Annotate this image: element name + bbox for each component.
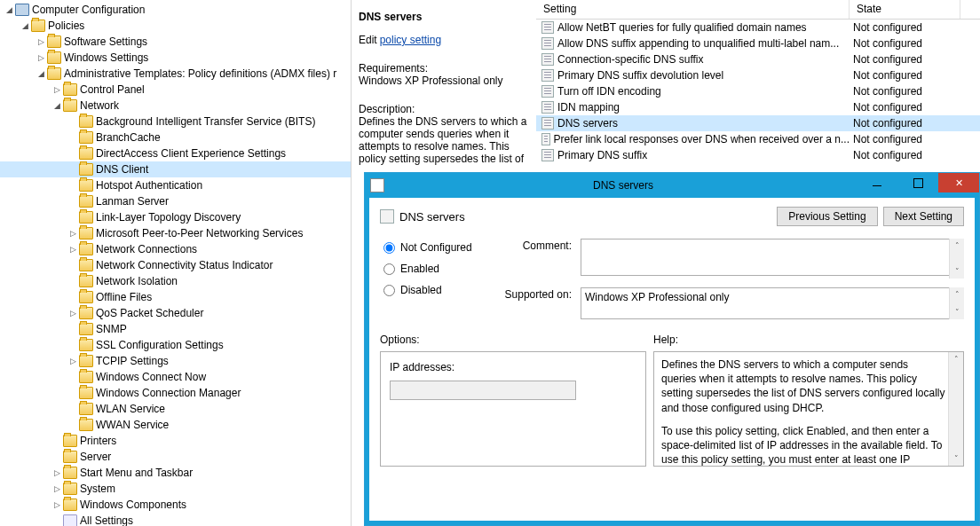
collapse-icon[interactable]: ◢ — [36, 68, 46, 79]
folder-icon — [79, 307, 93, 319]
tree-network-child[interactable]: SSL Configuration Settings — [0, 337, 351, 353]
scrollbar[interactable]: ˄˅ — [949, 287, 964, 319]
tree-network-child[interactable]: ▷Microsoft Peer-to-Peer Networking Servi… — [0, 225, 351, 241]
expand-icon[interactable]: ▷ — [36, 36, 46, 47]
folder-icon — [63, 467, 77, 479]
grid-row[interactable]: DNS serversNot configured — [536, 115, 980, 131]
options-box: IP addresses: — [380, 351, 646, 467]
expand-icon[interactable]: ▷ — [36, 52, 46, 63]
tree-network-child[interactable]: BranchCache — [0, 130, 351, 145]
folder-icon — [79, 387, 93, 399]
setting-icon — [541, 37, 554, 50]
tree-network-child[interactable]: Background Intelligent Transfer Service … — [0, 114, 351, 130]
expand-icon[interactable]: ▷ — [67, 228, 78, 239]
folder-icon — [79, 339, 93, 351]
tree-network-child[interactable]: Network Isolation — [0, 273, 351, 289]
tree-network[interactable]: ◢ Network — [0, 98, 351, 114]
folder-icon — [79, 131, 93, 144]
expand-icon[interactable]: ▷ — [51, 483, 62, 494]
tree-network-child[interactable]: ▷TCPIP Settings — [0, 353, 351, 369]
tree-network-child[interactable]: SNMP — [0, 321, 351, 337]
tree-network-child[interactable]: Windows Connect Now — [0, 369, 351, 385]
grid-row[interactable]: Allow DNS suffix appending to unqualifie… — [536, 35, 980, 51]
tree-network-child[interactable]: WWAN Service — [0, 417, 351, 433]
folder-icon — [79, 371, 93, 383]
tree-network-child[interactable]: Link-Layer Topology Discovery — [0, 209, 351, 225]
expand-icon[interactable]: ▷ — [51, 499, 62, 510]
tree-network-child[interactable]: WLAN Service — [0, 401, 351, 417]
expand-icon[interactable]: ▷ — [67, 244, 78, 255]
close-button[interactable] — [938, 173, 979, 192]
tree-computer-configuration[interactable]: ◢ Computer Configuration — [0, 2, 351, 18]
edit-label: Edit — [359, 34, 377, 46]
setting-icon — [541, 69, 554, 82]
tree-network-child[interactable]: ▷QoS Packet Scheduler — [0, 305, 351, 321]
tree-system[interactable]: ▷ System — [0, 481, 351, 497]
comment-label: Comment: — [495, 239, 581, 279]
scrollbar[interactable]: ˄˅ — [948, 352, 963, 466]
help-text-1: Defines the DNS servers to which a compu… — [661, 357, 945, 415]
edit-policy-link[interactable]: policy setting — [380, 34, 441, 46]
tree-network-child[interactable]: Windows Connection Manager — [0, 385, 351, 401]
grid-row[interactable]: Primary DNS suffixNot configured — [536, 147, 980, 163]
requirements-header: Requirements: — [359, 62, 529, 75]
description-header: Description: — [359, 103, 529, 115]
expand-icon[interactable]: ▷ — [67, 356, 78, 366]
tree-windows-settings[interactable]: ▷ Windows Settings — [0, 50, 351, 66]
radio-not-configured-input[interactable] — [383, 242, 395, 254]
tree-network-child[interactable]: Offline Files — [0, 289, 351, 305]
maximize-button[interactable] — [897, 173, 938, 192]
folder-icon — [79, 195, 93, 208]
grid-row[interactable]: Connection-specific DNS suffixNot config… — [536, 51, 980, 67]
grid-row[interactable]: Allow NetBT queries for fully qualified … — [536, 20, 980, 35]
tree-server[interactable]: Server — [0, 449, 351, 465]
tree-network-child[interactable]: Lanman Server — [0, 193, 351, 209]
radio-disabled[interactable]: Disabled — [380, 281, 486, 299]
tree-policies[interactable]: ◢ Policies — [0, 18, 351, 34]
minimize-button[interactable] — [857, 173, 897, 192]
collapse-icon[interactable]: ◢ — [4, 4, 14, 15]
collapse-icon[interactable]: ◢ — [51, 100, 62, 111]
folder-icon — [79, 163, 93, 176]
tree-all-settings[interactable]: All Settings — [0, 513, 351, 526]
dialog-titlebar[interactable]: DNS servers — [365, 173, 979, 198]
folder-icon — [63, 99, 77, 112]
tree-control-panel[interactable]: ▷ Control Panel — [0, 82, 351, 98]
tree-network-child[interactable]: Hotspot Authentication — [0, 177, 351, 193]
tree-network-child[interactable]: DNS Client — [0, 161, 351, 177]
folder-icon — [47, 51, 61, 64]
radio-not-configured[interactable]: Not Configured — [380, 239, 486, 256]
tree-network-child[interactable]: DirectAccess Client Experience Settings — [0, 145, 351, 161]
ip-addresses-input[interactable] — [390, 381, 576, 400]
radio-enabled-input[interactable] — [383, 263, 395, 275]
setting-icon — [541, 149, 554, 161]
tree-startmenu[interactable]: ▷ Start Menu and Taskbar — [0, 465, 351, 481]
grid-row[interactable]: Prefer link local responses over DNS whe… — [536, 131, 980, 147]
folder-icon — [79, 291, 93, 303]
previous-setting-button[interactable]: Previous Setting — [777, 207, 877, 226]
col-setting[interactable]: Setting — [536, 0, 850, 19]
expand-icon[interactable]: ▷ — [51, 467, 62, 478]
grid-row[interactable]: Turn off IDN encodingNot configured — [536, 83, 980, 99]
computer-icon — [15, 4, 29, 16]
requirements-text: Windows XP Professional only — [359, 75, 529, 87]
folder-icon — [79, 275, 93, 287]
tree-admin-templates[interactable]: ◢ Administrative Templates: Policy defin… — [0, 66, 351, 82]
tree-software-settings[interactable]: ▷ Software Settings — [0, 34, 351, 50]
expand-icon[interactable]: ▷ — [67, 308, 78, 318]
scrollbar[interactable]: ˄˅ — [949, 239, 964, 279]
tree-printers[interactable]: Printers — [0, 433, 351, 449]
comment-input[interactable] — [581, 239, 964, 276]
radio-disabled-input[interactable] — [383, 285, 395, 296]
supported-on-text: Windows XP Professional only — [581, 287, 964, 319]
grid-row[interactable]: Primary DNS suffix devolution levelNot c… — [536, 67, 980, 83]
tree-windows-components[interactable]: ▷ Windows Components — [0, 497, 351, 513]
radio-enabled[interactable]: Enabled — [380, 260, 486, 278]
expand-icon[interactable]: ▷ — [51, 84, 62, 95]
collapse-icon[interactable]: ◢ — [20, 20, 30, 31]
col-state[interactable]: State — [850, 0, 960, 19]
tree-network-child[interactable]: Network Connectivity Status Indicator — [0, 257, 351, 273]
tree-network-child[interactable]: ▷Network Connections — [0, 241, 351, 257]
grid-row[interactable]: IDN mappingNot configured — [536, 99, 980, 115]
next-setting-button[interactable]: Next Setting — [883, 207, 964, 226]
